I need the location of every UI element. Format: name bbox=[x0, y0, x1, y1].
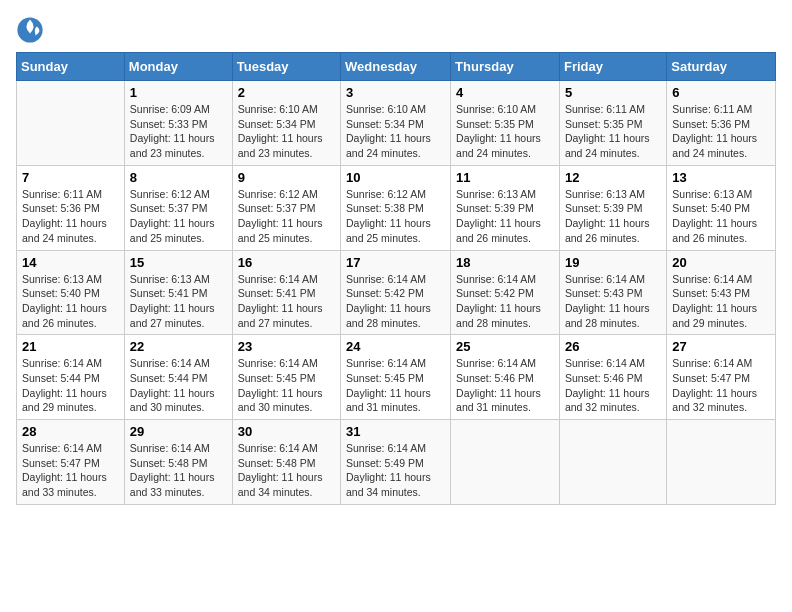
day-number: 28 bbox=[22, 424, 119, 439]
day-info: Sunrise: 6:14 AM Sunset: 5:48 PM Dayligh… bbox=[238, 441, 335, 500]
calendar-cell: 25Sunrise: 6:14 AM Sunset: 5:46 PM Dayli… bbox=[451, 335, 560, 420]
day-number: 4 bbox=[456, 85, 554, 100]
day-info: Sunrise: 6:14 AM Sunset: 5:46 PM Dayligh… bbox=[456, 356, 554, 415]
day-number: 9 bbox=[238, 170, 335, 185]
day-number: 20 bbox=[672, 255, 770, 270]
weekday-header-saturday: Saturday bbox=[667, 53, 776, 81]
calendar-cell: 15Sunrise: 6:13 AM Sunset: 5:41 PM Dayli… bbox=[124, 250, 232, 335]
day-number: 25 bbox=[456, 339, 554, 354]
day-info: Sunrise: 6:14 AM Sunset: 5:45 PM Dayligh… bbox=[238, 356, 335, 415]
calendar-cell: 29Sunrise: 6:14 AM Sunset: 5:48 PM Dayli… bbox=[124, 420, 232, 505]
calendar-cell: 6Sunrise: 6:11 AM Sunset: 5:36 PM Daylig… bbox=[667, 81, 776, 166]
day-info: Sunrise: 6:11 AM Sunset: 5:36 PM Dayligh… bbox=[672, 102, 770, 161]
weekday-header-thursday: Thursday bbox=[451, 53, 560, 81]
calendar-cell: 16Sunrise: 6:14 AM Sunset: 5:41 PM Dayli… bbox=[232, 250, 340, 335]
day-number: 19 bbox=[565, 255, 661, 270]
calendar-cell: 14Sunrise: 6:13 AM Sunset: 5:40 PM Dayli… bbox=[17, 250, 125, 335]
day-info: Sunrise: 6:14 AM Sunset: 5:42 PM Dayligh… bbox=[346, 272, 445, 331]
day-info: Sunrise: 6:14 AM Sunset: 5:44 PM Dayligh… bbox=[130, 356, 227, 415]
day-number: 27 bbox=[672, 339, 770, 354]
day-number: 16 bbox=[238, 255, 335, 270]
weekday-header-friday: Friday bbox=[559, 53, 666, 81]
day-number: 8 bbox=[130, 170, 227, 185]
calendar-cell: 27Sunrise: 6:14 AM Sunset: 5:47 PM Dayli… bbox=[667, 335, 776, 420]
calendar-cell: 7Sunrise: 6:11 AM Sunset: 5:36 PM Daylig… bbox=[17, 165, 125, 250]
day-info: Sunrise: 6:10 AM Sunset: 5:35 PM Dayligh… bbox=[456, 102, 554, 161]
day-info: Sunrise: 6:10 AM Sunset: 5:34 PM Dayligh… bbox=[346, 102, 445, 161]
calendar-cell: 3Sunrise: 6:10 AM Sunset: 5:34 PM Daylig… bbox=[341, 81, 451, 166]
calendar-cell: 30Sunrise: 6:14 AM Sunset: 5:48 PM Dayli… bbox=[232, 420, 340, 505]
day-number: 30 bbox=[238, 424, 335, 439]
calendar-cell bbox=[17, 81, 125, 166]
calendar-cell: 19Sunrise: 6:14 AM Sunset: 5:43 PM Dayli… bbox=[559, 250, 666, 335]
day-number: 17 bbox=[346, 255, 445, 270]
day-info: Sunrise: 6:09 AM Sunset: 5:33 PM Dayligh… bbox=[130, 102, 227, 161]
calendar-cell: 21Sunrise: 6:14 AM Sunset: 5:44 PM Dayli… bbox=[17, 335, 125, 420]
day-info: Sunrise: 6:14 AM Sunset: 5:43 PM Dayligh… bbox=[565, 272, 661, 331]
calendar-cell: 28Sunrise: 6:14 AM Sunset: 5:47 PM Dayli… bbox=[17, 420, 125, 505]
day-number: 23 bbox=[238, 339, 335, 354]
day-info: Sunrise: 6:13 AM Sunset: 5:40 PM Dayligh… bbox=[22, 272, 119, 331]
day-number: 10 bbox=[346, 170, 445, 185]
logo bbox=[16, 16, 48, 44]
day-info: Sunrise: 6:10 AM Sunset: 5:34 PM Dayligh… bbox=[238, 102, 335, 161]
day-info: Sunrise: 6:13 AM Sunset: 5:41 PM Dayligh… bbox=[130, 272, 227, 331]
calendar-cell bbox=[559, 420, 666, 505]
calendar-week-3: 14Sunrise: 6:13 AM Sunset: 5:40 PM Dayli… bbox=[17, 250, 776, 335]
calendar-week-4: 21Sunrise: 6:14 AM Sunset: 5:44 PM Dayli… bbox=[17, 335, 776, 420]
calendar-cell: 5Sunrise: 6:11 AM Sunset: 5:35 PM Daylig… bbox=[559, 81, 666, 166]
day-info: Sunrise: 6:14 AM Sunset: 5:47 PM Dayligh… bbox=[22, 441, 119, 500]
day-info: Sunrise: 6:14 AM Sunset: 5:45 PM Dayligh… bbox=[346, 356, 445, 415]
calendar-cell: 10Sunrise: 6:12 AM Sunset: 5:38 PM Dayli… bbox=[341, 165, 451, 250]
day-info: Sunrise: 6:12 AM Sunset: 5:37 PM Dayligh… bbox=[130, 187, 227, 246]
calendar-cell: 9Sunrise: 6:12 AM Sunset: 5:37 PM Daylig… bbox=[232, 165, 340, 250]
day-number: 2 bbox=[238, 85, 335, 100]
calendar-cell: 2Sunrise: 6:10 AM Sunset: 5:34 PM Daylig… bbox=[232, 81, 340, 166]
day-info: Sunrise: 6:12 AM Sunset: 5:38 PM Dayligh… bbox=[346, 187, 445, 246]
day-info: Sunrise: 6:14 AM Sunset: 5:41 PM Dayligh… bbox=[238, 272, 335, 331]
day-number: 15 bbox=[130, 255, 227, 270]
day-info: Sunrise: 6:14 AM Sunset: 5:42 PM Dayligh… bbox=[456, 272, 554, 331]
calendar-table: SundayMondayTuesdayWednesdayThursdayFrid… bbox=[16, 52, 776, 505]
day-info: Sunrise: 6:13 AM Sunset: 5:39 PM Dayligh… bbox=[565, 187, 661, 246]
day-number: 13 bbox=[672, 170, 770, 185]
day-number: 3 bbox=[346, 85, 445, 100]
day-info: Sunrise: 6:13 AM Sunset: 5:40 PM Dayligh… bbox=[672, 187, 770, 246]
day-number: 24 bbox=[346, 339, 445, 354]
day-info: Sunrise: 6:14 AM Sunset: 5:44 PM Dayligh… bbox=[22, 356, 119, 415]
calendar-cell: 11Sunrise: 6:13 AM Sunset: 5:39 PM Dayli… bbox=[451, 165, 560, 250]
calendar-cell: 26Sunrise: 6:14 AM Sunset: 5:46 PM Dayli… bbox=[559, 335, 666, 420]
calendar-cell: 13Sunrise: 6:13 AM Sunset: 5:40 PM Dayli… bbox=[667, 165, 776, 250]
page-header bbox=[16, 16, 776, 44]
day-number: 26 bbox=[565, 339, 661, 354]
calendar-week-5: 28Sunrise: 6:14 AM Sunset: 5:47 PM Dayli… bbox=[17, 420, 776, 505]
calendar-cell: 1Sunrise: 6:09 AM Sunset: 5:33 PM Daylig… bbox=[124, 81, 232, 166]
day-info: Sunrise: 6:13 AM Sunset: 5:39 PM Dayligh… bbox=[456, 187, 554, 246]
day-number: 29 bbox=[130, 424, 227, 439]
calendar-cell: 24Sunrise: 6:14 AM Sunset: 5:45 PM Dayli… bbox=[341, 335, 451, 420]
day-info: Sunrise: 6:11 AM Sunset: 5:36 PM Dayligh… bbox=[22, 187, 119, 246]
day-info: Sunrise: 6:14 AM Sunset: 5:43 PM Dayligh… bbox=[672, 272, 770, 331]
calendar-cell: 31Sunrise: 6:14 AM Sunset: 5:49 PM Dayli… bbox=[341, 420, 451, 505]
day-info: Sunrise: 6:14 AM Sunset: 5:47 PM Dayligh… bbox=[672, 356, 770, 415]
weekday-header-monday: Monday bbox=[124, 53, 232, 81]
day-info: Sunrise: 6:14 AM Sunset: 5:46 PM Dayligh… bbox=[565, 356, 661, 415]
calendar-cell bbox=[451, 420, 560, 505]
weekday-header-wednesday: Wednesday bbox=[341, 53, 451, 81]
calendar-cell: 18Sunrise: 6:14 AM Sunset: 5:42 PM Dayli… bbox=[451, 250, 560, 335]
calendar-week-1: 1Sunrise: 6:09 AM Sunset: 5:33 PM Daylig… bbox=[17, 81, 776, 166]
day-number: 14 bbox=[22, 255, 119, 270]
day-number: 5 bbox=[565, 85, 661, 100]
day-info: Sunrise: 6:14 AM Sunset: 5:48 PM Dayligh… bbox=[130, 441, 227, 500]
logo-icon bbox=[16, 16, 44, 44]
day-number: 6 bbox=[672, 85, 770, 100]
weekday-header-sunday: Sunday bbox=[17, 53, 125, 81]
day-number: 31 bbox=[346, 424, 445, 439]
weekday-header-row: SundayMondayTuesdayWednesdayThursdayFrid… bbox=[17, 53, 776, 81]
day-number: 21 bbox=[22, 339, 119, 354]
day-number: 12 bbox=[565, 170, 661, 185]
day-info: Sunrise: 6:14 AM Sunset: 5:49 PM Dayligh… bbox=[346, 441, 445, 500]
day-number: 18 bbox=[456, 255, 554, 270]
calendar-cell: 22Sunrise: 6:14 AM Sunset: 5:44 PM Dayli… bbox=[124, 335, 232, 420]
day-number: 1 bbox=[130, 85, 227, 100]
